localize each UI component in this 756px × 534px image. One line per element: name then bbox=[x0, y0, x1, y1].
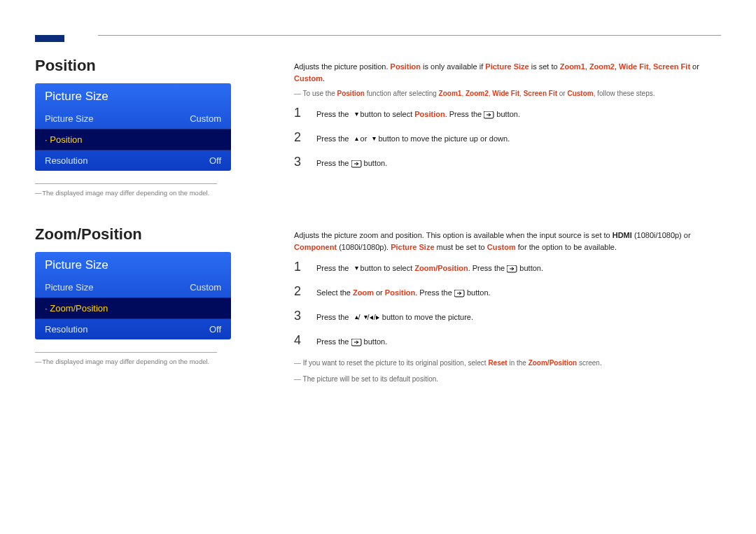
steps-position: 1 Press the button to select Position. P… bbox=[294, 106, 721, 169]
step-text: Press the button. bbox=[316, 337, 387, 347]
menu-title: Picture Size bbox=[35, 83, 231, 108]
page-accent-bar bbox=[35, 35, 64, 42]
menu-row-label: Picture Size bbox=[45, 113, 93, 124]
down-icon bbox=[351, 113, 358, 117]
intro-text-position: Adjusts the picture position. Position i… bbox=[294, 61, 721, 84]
down-icon bbox=[360, 316, 368, 320]
menu-box-position: Picture Size Picture Size Custom Positio… bbox=[35, 83, 231, 171]
top-rule bbox=[98, 35, 721, 36]
image-differ-note: The displayed image may differ depending… bbox=[35, 188, 245, 197]
step-number: 1 bbox=[294, 260, 304, 274]
down-icon bbox=[369, 137, 376, 141]
down-icon bbox=[351, 267, 358, 271]
heading-position: Position bbox=[35, 57, 245, 75]
step-row: 2 Press the or button to move the pictur… bbox=[294, 130, 721, 145]
step-text: Press the /// button to move the picture… bbox=[316, 312, 473, 323]
up-icon bbox=[351, 316, 358, 320]
intro-text-zoom: Adjusts the picture zoom and position. T… bbox=[294, 230, 721, 253]
menu-row-value: Custom bbox=[190, 282, 221, 293]
menu-row-label: Resolution bbox=[45, 155, 88, 166]
section-zoom-position: Zoom/Position Picture Size Picture Size … bbox=[35, 225, 721, 390]
menu-row-value: Off bbox=[209, 155, 221, 166]
menu-title: Picture Size bbox=[35, 252, 231, 277]
end-note-1: If you want to reset the picture to its … bbox=[294, 358, 721, 368]
steps-zoom: 1 Press the button to select Zoom/Positi… bbox=[294, 260, 721, 348]
enter-icon bbox=[351, 160, 362, 168]
step-row: 3 Press the button. bbox=[294, 155, 721, 169]
menu-row[interactable]: Resolution Off bbox=[35, 319, 231, 339]
step-number: 3 bbox=[294, 309, 304, 323]
step-number: 4 bbox=[294, 333, 304, 348]
end-note-2: The picture will be set to its default p… bbox=[294, 374, 721, 384]
step-text: Press the button. bbox=[316, 158, 387, 169]
menu-row-value: Custom bbox=[190, 113, 221, 124]
menu-row-label: Resolution bbox=[45, 324, 88, 335]
step-row: 4 Press the button. bbox=[294, 333, 721, 348]
menu-row-selected[interactable]: Zoom/Position bbox=[35, 297, 231, 319]
section-position: Position Picture Size Picture Size Custo… bbox=[35, 57, 721, 197]
step-row: 3 Press the /// button to move the pictu… bbox=[294, 309, 721, 323]
step-row: 1 Press the button to select Position. P… bbox=[294, 106, 721, 120]
step-row: 2 Select the Zoom or Position. Press the… bbox=[294, 284, 721, 299]
step-number: 2 bbox=[294, 284, 304, 299]
heading-zoom-position: Zoom/Position bbox=[35, 225, 245, 244]
menu-row[interactable]: Picture Size Custom bbox=[35, 277, 231, 297]
menu-row-value: Off bbox=[209, 324, 221, 335]
enter-icon bbox=[351, 339, 362, 346]
menu-row-label: Position bbox=[45, 134, 82, 145]
step-number: 2 bbox=[294, 130, 304, 145]
divider bbox=[35, 183, 217, 184]
menu-row-label: Picture Size bbox=[45, 282, 93, 293]
left-icon bbox=[370, 316, 374, 321]
step-text: Press the button to select Position. Pre… bbox=[316, 109, 520, 120]
step-text: Press the or button to move the picture … bbox=[316, 134, 510, 144]
step-row: 1 Press the button to select Zoom/Positi… bbox=[294, 260, 721, 274]
intro-note-position: To use the Position function after selec… bbox=[294, 88, 721, 99]
menu-row[interactable]: Picture Size Custom bbox=[35, 108, 231, 129]
step-text: Select the Zoom or Position. Press the b… bbox=[316, 288, 491, 298]
step-number: 3 bbox=[294, 155, 304, 169]
menu-row-label: Zoom/Position bbox=[45, 303, 108, 314]
menu-row[interactable]: Resolution Off bbox=[35, 150, 231, 171]
enter-icon bbox=[507, 265, 517, 273]
enter-icon bbox=[484, 111, 494, 119]
menu-box-zoom: Picture Size Picture Size Custom Zoom/Po… bbox=[35, 252, 231, 339]
step-number: 1 bbox=[294, 106, 304, 120]
step-text: Press the button to select Zoom/Position… bbox=[316, 263, 543, 274]
menu-row-selected[interactable]: Position bbox=[35, 129, 231, 150]
divider bbox=[35, 352, 217, 353]
enter-icon bbox=[454, 290, 465, 297]
image-differ-note: The displayed image may differ depending… bbox=[35, 357, 245, 366]
up-icon bbox=[351, 137, 358, 141]
